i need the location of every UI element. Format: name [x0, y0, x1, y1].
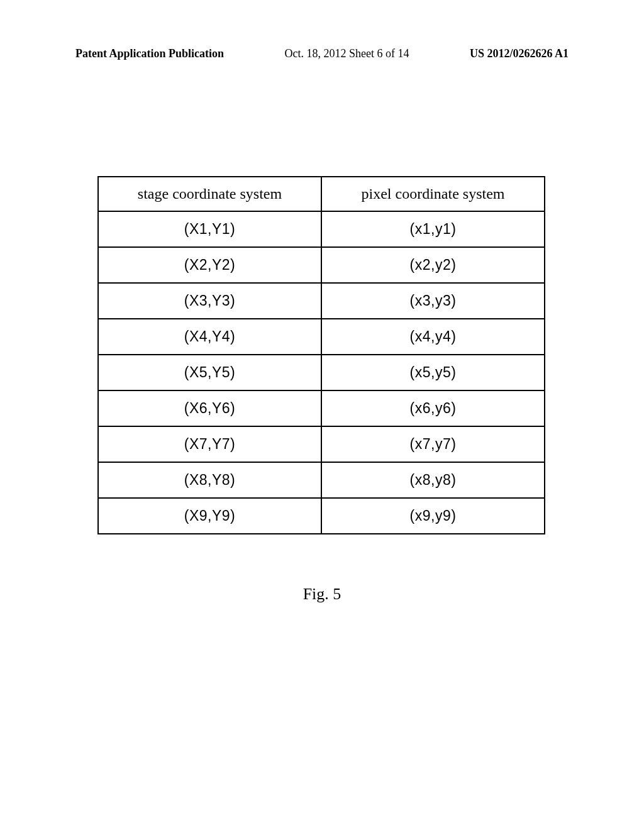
pixel-cell: (x1,y1)	[321, 211, 545, 247]
stage-cell: (X8,Y8)	[98, 462, 321, 498]
pixel-cell: (x3,y3)	[321, 283, 545, 319]
header-publication-type: Patent Application Publication	[75, 47, 224, 60]
table-row: (X8,Y8) (x8,y8)	[98, 462, 545, 498]
pixel-cell: (x6,y6)	[321, 390, 545, 426]
table-row: (X3,Y3) (x3,y3)	[98, 283, 545, 319]
table-header-row: stage coordinate system pixel coordinate…	[98, 177, 545, 211]
pixel-cell: (x5,y5)	[321, 355, 545, 390]
table-row: (X1,Y1) (x1,y1)	[98, 211, 545, 247]
figure-caption: Fig. 5	[0, 585, 644, 604]
page-header: Patent Application Publication Oct. 18, …	[75, 47, 569, 60]
table-row: (X4,Y4) (x4,y4)	[98, 319, 545, 355]
header-date-sheet: Oct. 18, 2012 Sheet 6 of 14	[285, 47, 409, 60]
header-patent-number: US 2012/0262626 A1	[470, 47, 569, 60]
pixel-cell: (x2,y2)	[321, 247, 545, 283]
stage-cell: (X4,Y4)	[98, 319, 321, 355]
table-header-pixel: pixel coordinate system	[321, 177, 545, 211]
stage-cell: (X3,Y3)	[98, 283, 321, 319]
table-row: (X6,Y6) (x6,y6)	[98, 390, 545, 426]
stage-cell: (X9,Y9)	[98, 498, 321, 534]
pixel-cell: (x4,y4)	[321, 319, 545, 355]
table-row: (X9,Y9) (x9,y9)	[98, 498, 545, 534]
table-row: (X5,Y5) (x5,y5)	[98, 355, 545, 390]
stage-cell: (X1,Y1)	[98, 211, 321, 247]
table-row: (X7,Y7) (x7,y7)	[98, 426, 545, 462]
stage-cell: (X2,Y2)	[98, 247, 321, 283]
pixel-cell: (x8,y8)	[321, 462, 545, 498]
table-row: (X2,Y2) (x2,y2)	[98, 247, 545, 283]
stage-cell: (X5,Y5)	[98, 355, 321, 390]
pixel-cell: (x7,y7)	[321, 426, 545, 462]
stage-cell: (X6,Y6)	[98, 390, 321, 426]
coordinate-table: stage coordinate system pixel coordinate…	[97, 176, 545, 534]
coordinate-table-container: stage coordinate system pixel coordinate…	[97, 176, 545, 534]
stage-cell: (X7,Y7)	[98, 426, 321, 462]
table-header-stage: stage coordinate system	[98, 177, 321, 211]
pixel-cell: (x9,y9)	[321, 498, 545, 534]
